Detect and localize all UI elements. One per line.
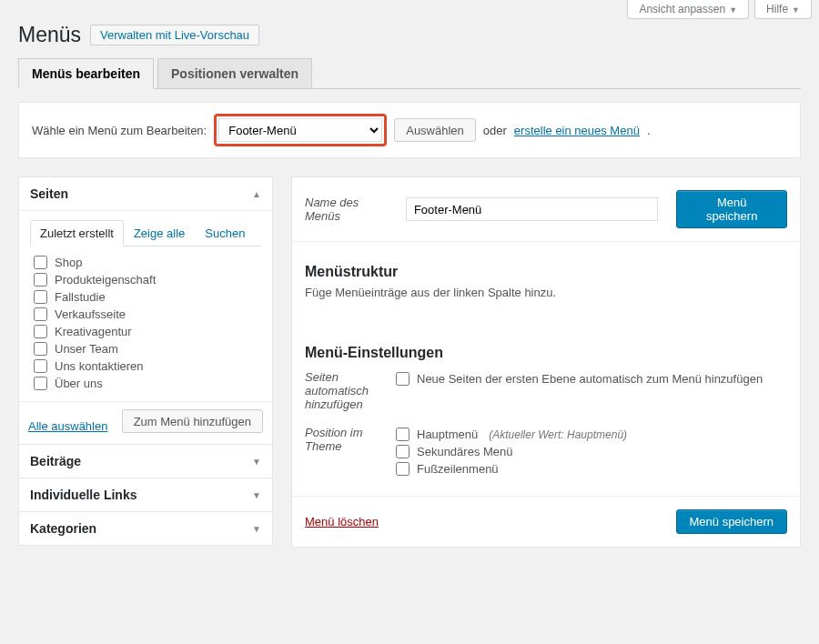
location-secondary[interactable]: Sekundäres Menü [396,443,627,460]
theme-location-label: Position im Theme [305,426,396,478]
panel-links: Individuelle Links ▼ [18,478,273,512]
save-menu-button-bottom[interactable]: Menü speichern [676,509,788,534]
page-item[interactable]: Über uns [34,375,261,392]
panel-links-header[interactable]: Individuelle Links ▼ [19,478,272,511]
choose-menu-button[interactable]: Auswählen [394,118,476,142]
triangle-up-icon: ▲ [252,189,261,199]
menu-name-label: Name des Menüs [305,196,397,223]
page-item-label: Verkaufsseite [55,307,126,321]
location-footer[interactable]: Fußzeilenmenü [396,460,627,478]
page-item-label: Über uns [55,377,103,390]
help-button[interactable]: Hilfe▼ [754,0,812,19]
location-main-note: (Aktueller Wert: Hauptmenü) [489,428,627,441]
auto-add-label: Seiten automatisch hinzufügen [305,370,396,411]
create-new-menu-link[interactable]: erstelle ein neues Menü [514,124,640,137]
panel-pages-title: Seiten [30,186,68,201]
location-main[interactable]: Hauptmenü (Aktueller Wert: Hauptmenü) [396,426,627,443]
menu-select-bar: Wähle ein Menü zum Bearbeiten: Footer-Me… [18,102,801,158]
page-item-checkbox[interactable] [34,290,47,304]
panel-posts: Beiträge ▼ [18,445,273,478]
page-item[interactable]: Kreativagentur [34,323,261,340]
page-item-checkbox[interactable] [34,256,47,269]
menu-structure-heading: Menüstruktur [305,264,787,280]
triangle-down-icon: ▼ [252,457,261,467]
page-item-checkbox[interactable] [34,325,47,338]
menu-structure-hint: Füge Menüeinträge aus der linken Spalte … [305,286,787,299]
page-item-label: Fallstudie [55,290,106,304]
page-item-checkbox[interactable] [34,377,47,390]
panel-posts-title: Beiträge [30,454,81,468]
screen-options-button[interactable]: Ansicht anpassen▼ [627,0,749,19]
panel-pages-header[interactable]: Seiten ▲ [19,177,272,211]
select-all-link[interactable]: Alle auswählen [28,419,107,433]
panel-pages: Seiten ▲ Zuletzt erstellt Zeige alle Suc… [18,176,273,445]
page-item-label: Produkteigenschaft [55,273,156,287]
location-secondary-checkbox[interactable] [396,445,410,458]
page-item[interactable]: Shop [34,254,261,271]
page-item[interactable]: Produkteigenschaft [34,271,261,288]
select-menu-label: Wähle ein Menü zum Bearbeiten: [32,124,207,137]
inner-tab-all[interactable]: Zeige alle [124,220,195,247]
page-item-label: Uns kontaktieren [55,359,144,373]
location-footer-text: Fußzeilenmenü [417,462,499,476]
triangle-down-icon: ▼ [252,490,261,500]
panel-categories-header[interactable]: Kategorien ▼ [19,512,272,545]
location-main-text: Hauptmenü [417,428,478,441]
save-menu-button-top[interactable]: Menü speichern [676,190,787,228]
page-item-label: Shop [55,256,82,269]
page-item[interactable]: Verkaufsseite [34,306,261,323]
page-item-label: Unser Team [55,342,118,356]
screen-options-label: Ansicht anpassen [639,3,725,15]
period: . [647,124,651,137]
menu-edit-frame: Name des Menüs Menü speichern Menüstrukt… [291,176,801,548]
location-secondary-text: Sekundäres Menü [417,445,513,458]
inner-tab-search[interactable]: Suchen [195,220,255,247]
caret-down-icon: ▼ [729,5,737,15]
nav-tabs: Menüs bearbeiten Positionen verwalten [18,58,801,89]
inner-tab-recent[interactable]: Zuletzt erstellt [30,220,124,247]
page-title: Menüs [18,23,81,47]
delete-menu-link[interactable]: Menü löschen [305,515,379,528]
page-item-checkbox[interactable] [34,359,47,373]
tab-manage-locations[interactable]: Positionen verwalten [157,58,312,89]
page-item-checkbox[interactable] [34,273,47,287]
page-item-checkbox[interactable] [34,342,47,356]
live-preview-button[interactable]: Verwalten mit Live-Vorschau [90,25,259,45]
triangle-down-icon: ▼ [252,524,261,534]
panel-links-title: Individuelle Links [30,488,136,502]
menu-select[interactable]: Footer-Menü [218,118,382,142]
page-item[interactable]: Unser Team [34,340,261,357]
tab-edit-menus[interactable]: Menüs bearbeiten [18,58,154,89]
page-item[interactable]: Fallstudie [34,288,261,306]
location-main-checkbox[interactable] [396,428,410,441]
auto-add-checkbox[interactable] [396,372,410,386]
page-item[interactable]: Uns kontaktieren [34,357,261,375]
menu-settings-heading: Menü-Einstellungen [305,345,787,361]
auto-add-option[interactable]: Neue Seiten der ersten Ebene automatisch… [396,370,763,387]
page-item-checkbox[interactable] [34,307,47,321]
panel-categories-title: Kategorien [30,521,96,536]
help-label: Hilfe [766,3,788,15]
location-footer-checkbox[interactable] [396,462,410,476]
menu-select-highlight: Footer-Menü [214,114,387,146]
panel-categories: Kategorien ▼ [18,512,273,546]
page-item-label: Kreativagentur [55,325,132,338]
menu-name-input[interactable] [406,197,658,221]
or-text: oder [483,124,507,137]
caret-down-icon: ▼ [792,5,800,15]
panel-posts-header[interactable]: Beiträge ▼ [19,445,272,478]
auto-add-text: Neue Seiten der ersten Ebene automatisch… [417,372,763,386]
add-to-menu-button[interactable]: Zum Menü hinzufügen [122,409,263,433]
